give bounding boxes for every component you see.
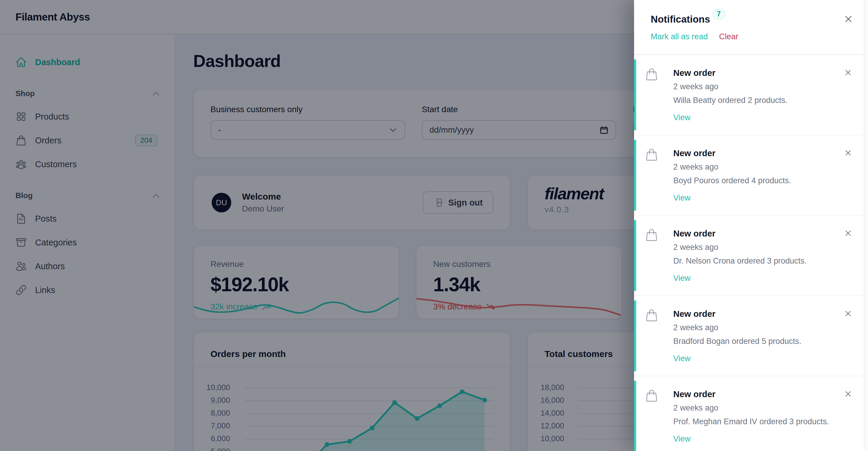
mark-all-as-read-button[interactable]: Mark all as read [651,32,708,41]
close-notification-icon[interactable] [844,389,852,398]
clear-button[interactable]: Clear [719,32,738,41]
notification-time: 2 weeks ago [673,162,832,172]
notification-item[interactable]: New order 2 weeks ago Prof. Meghan Emard… [634,376,868,451]
notification-body: Boyd Pouros ordered 4 products. [673,176,832,185]
notification-item[interactable]: New order 2 weeks ago Bradford Bogan ord… [634,295,868,376]
shopping-bag-icon [645,389,658,402]
notification-time: 2 weeks ago [673,403,832,413]
shopping-bag-icon [645,309,658,322]
notifications-panel: Notifications 7 Mark all as read Clear N… [634,0,868,451]
close-notification-icon[interactable] [844,148,852,158]
notifications-list: New order 2 weeks ago Willa Beatty order… [634,55,868,451]
notification-title: New order [673,67,832,78]
unread-count-badge: 7 [713,9,725,19]
shopping-bag-icon [645,67,658,81]
notification-time: 2 weeks ago [673,82,832,91]
view-link[interactable]: View [673,434,690,444]
notification-title: New order [673,389,832,399]
view-link[interactable]: View [673,193,690,203]
notification-title: New order [673,148,832,159]
notification-time: 2 weeks ago [673,323,832,332]
notifications-title: Notifications [651,14,710,25]
notification-body: Bradford Bogan ordered 5 products. [673,336,832,346]
notification-item[interactable]: New order 2 weeks ago Willa Beatty order… [634,55,868,135]
notification-item[interactable]: New order 2 weeks ago Boyd Pouros ordere… [634,135,868,215]
close-notification-icon[interactable] [844,229,852,238]
notification-body: Dr. Nelson Crona ordered 3 products. [673,256,832,266]
notifications-header: Notifications 7 Mark all as read Clear [634,0,868,55]
close-panel-icon[interactable] [843,14,854,24]
view-link[interactable]: View [673,354,690,363]
notification-body: Willa Beatty ordered 2 products. [673,95,832,105]
close-notification-icon[interactable] [844,309,852,318]
notification-body: Prof. Meghan Emard IV ordered 3 products… [673,417,832,426]
scrollbar[interactable] [864,0,868,451]
close-notification-icon[interactable] [844,68,852,77]
notification-time: 2 weeks ago [673,243,832,252]
view-link[interactable]: View [673,273,690,283]
notification-title: New order [673,228,832,239]
view-link[interactable]: View [673,113,690,122]
notification-item[interactable]: New order 2 weeks ago Dr. Nelson Crona o… [634,215,868,295]
shopping-bag-icon [645,148,658,162]
notification-title: New order [673,309,832,319]
shopping-bag-icon [645,228,658,242]
